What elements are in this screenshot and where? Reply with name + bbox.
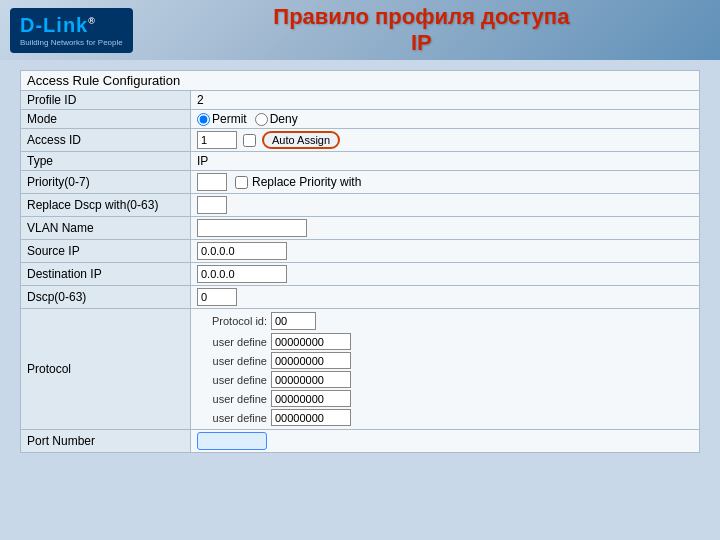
table-row: Priority(0-7) Replace Priority with <box>21 171 700 194</box>
user-define-row-2: user define <box>197 352 693 369</box>
header: D-Link® Building Networks for People Пра… <box>0 0 720 60</box>
user-define-input-4[interactable] <box>271 390 351 407</box>
dscp-cell <box>191 286 700 309</box>
label-dscp: Dscp(0-63) <box>21 286 191 309</box>
permit-radio-label[interactable]: Permit <box>197 112 247 126</box>
auto-assign-button[interactable]: Auto Assign <box>262 131 340 149</box>
registered-icon: ® <box>88 16 96 26</box>
table-row: Replace Dscp with(0-63) <box>21 194 700 217</box>
deny-radio[interactable] <box>255 113 268 126</box>
label-replace-dscp: Replace Dscp with(0-63) <box>21 194 191 217</box>
port-number-cell <box>191 430 700 453</box>
mode-options: Permit Deny <box>191 110 700 129</box>
value-profile-id: 2 <box>191 91 700 110</box>
auto-assign-checkbox[interactable] <box>243 134 256 147</box>
destination-ip-cell <box>191 263 700 286</box>
priority-input[interactable] <box>197 173 227 191</box>
user-define-input-2[interactable] <box>271 352 351 369</box>
access-id-input[interactable] <box>197 131 237 149</box>
user-define-label-3: user define <box>197 374 267 386</box>
logo-dlink: D-Link® <box>20 14 96 37</box>
label-source-ip: Source IP <box>21 240 191 263</box>
main-content: Access Rule Configuration Profile ID 2 M… <box>0 60 720 463</box>
access-id-cell: Auto Assign <box>191 129 700 152</box>
deny-label: Deny <box>270 112 298 126</box>
table-row: Type IP <box>21 152 700 171</box>
destination-ip-input[interactable] <box>197 265 287 283</box>
user-define-label-1: user define <box>197 336 267 348</box>
logo-area: D-Link® Building Networks for People <box>10 8 133 53</box>
table-row: Destination IP <box>21 263 700 286</box>
user-define-label-4: user define <box>197 393 267 405</box>
dscp-input[interactable] <box>197 288 237 306</box>
user-define-row-3: user define <box>197 371 693 388</box>
replace-dscp-input[interactable] <box>197 196 227 214</box>
user-define-input-3[interactable] <box>271 371 351 388</box>
replace-priority-checkbox[interactable] <box>235 176 248 189</box>
table-row: Access ID Auto Assign <box>21 129 700 152</box>
replace-priority-label: Replace Priority with <box>252 175 361 189</box>
vlan-name-input[interactable] <box>197 219 307 237</box>
user-define-label-2: user define <box>197 355 267 367</box>
protocol-cell: Protocol id: user define user define <box>191 309 700 430</box>
permit-label: Permit <box>212 112 247 126</box>
label-access-id: Access ID <box>21 129 191 152</box>
user-define-row-1: user define <box>197 333 693 350</box>
user-define-row-4: user define <box>197 390 693 407</box>
label-type: Type <box>21 152 191 171</box>
label-priority: Priority(0-7) <box>21 171 191 194</box>
label-vlan-name: VLAN Name <box>21 217 191 240</box>
config-table: Access Rule Configuration Profile ID 2 M… <box>20 70 700 453</box>
deny-radio-label[interactable]: Deny <box>255 112 298 126</box>
table-row: VLAN Name <box>21 217 700 240</box>
value-type: IP <box>191 152 700 171</box>
table-row: Dscp(0-63) <box>21 286 700 309</box>
label-destination-ip: Destination IP <box>21 263 191 286</box>
user-define-input-1[interactable] <box>271 333 351 350</box>
priority-cell: Replace Priority with <box>191 171 700 194</box>
user-define-input-5[interactable] <box>271 409 351 426</box>
vlan-name-cell <box>191 217 700 240</box>
source-ip-input[interactable] <box>197 242 287 260</box>
user-define-label-5: user define <box>197 412 267 424</box>
replace-dscp-cell <box>191 194 700 217</box>
table-row: Source IP <box>21 240 700 263</box>
label-port-number: Port Number <box>21 430 191 453</box>
page-title: Правило профиля доступа IP <box>133 4 710 56</box>
table-header: Access Rule Configuration <box>21 71 700 91</box>
protocol-id-label: Protocol id: <box>197 315 267 327</box>
logo-subtitle: Building Networks for People <box>20 38 123 47</box>
label-mode: Mode <box>21 110 191 129</box>
table-row: Protocol Protocol id: user define user d… <box>21 309 700 430</box>
source-ip-cell <box>191 240 700 263</box>
user-define-row-5: user define <box>197 409 693 426</box>
label-profile-id: Profile ID <box>21 91 191 110</box>
protocol-id-input[interactable] <box>271 312 316 330</box>
table-row: Port Number <box>21 430 700 453</box>
label-protocol: Protocol <box>21 309 191 430</box>
port-number-input[interactable] <box>197 432 267 450</box>
permit-radio[interactable] <box>197 113 210 126</box>
table-row: Profile ID 2 <box>21 91 700 110</box>
table-row: Mode Permit Deny <box>21 110 700 129</box>
